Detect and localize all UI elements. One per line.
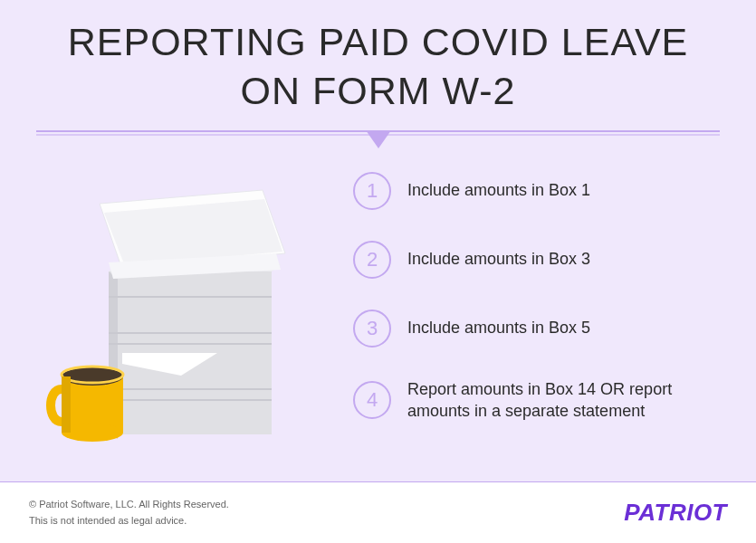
list-item: 2 Include amounts in Box 3: [353, 241, 720, 279]
page-footer: © Patriot Software, LLC. All Rights Rese…: [0, 481, 756, 543]
step-number-badge: 3: [353, 310, 391, 348]
step-number-badge: 1: [353, 172, 391, 210]
title-divider: [36, 127, 720, 154]
step-number-badge: 4: [353, 381, 391, 419]
paper-stack-illustration: [36, 163, 335, 452]
footer-legal: © Patriot Software, LLC. All Rights Rese…: [29, 497, 229, 529]
step-text: Include amounts in Box 5: [407, 317, 590, 338]
patriot-logo: PATRIOT: [624, 499, 727, 527]
step-number-badge: 2: [353, 241, 391, 279]
step-text: Include amounts in Box 1: [407, 179, 590, 201]
list-item: 4 Report amounts in Box 14 OR report amo…: [353, 378, 720, 423]
content-row: 1 Include amounts in Box 1 2 Include amo…: [0, 154, 756, 453]
step-text: Report amounts in Box 14 OR report amoun…: [407, 378, 720, 423]
steps-list: 1 Include amounts in Box 1 2 Include amo…: [335, 163, 720, 453]
step-text: Include amounts in Box 3: [407, 248, 590, 270]
svg-rect-18: [62, 376, 71, 433]
list-item: 3 Include amounts in Box 5: [353, 310, 720, 348]
footer-disclaimer: This is not intended as legal advice.: [29, 513, 229, 529]
page-title: REPORTING PAID COVID LEAVE ON FORM W-2: [0, 0, 756, 116]
svg-point-14: [62, 424, 123, 442]
list-item: 1 Include amounts in Box 1: [353, 172, 720, 210]
divider-arrow-icon: [366, 130, 391, 148]
footer-copyright: © Patriot Software, LLC. All Rights Rese…: [29, 497, 229, 513]
paper-stack-icon: [36, 163, 335, 452]
